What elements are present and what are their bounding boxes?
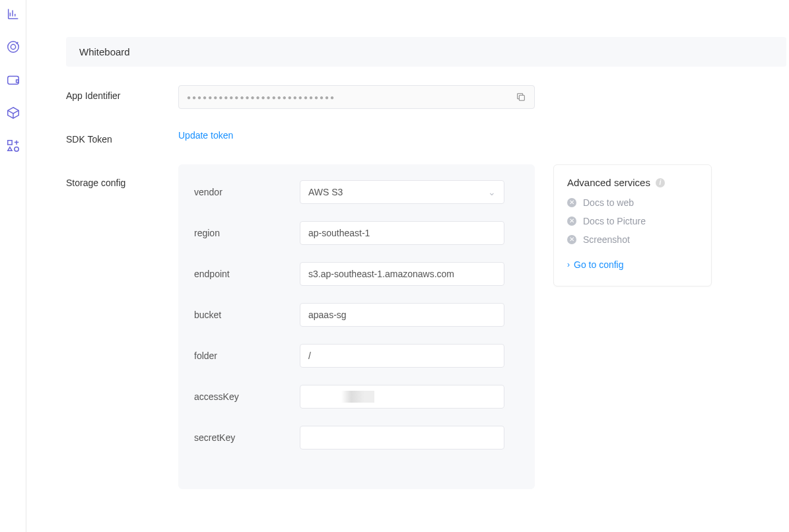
adv-item-label: Docs to Picture xyxy=(583,216,646,226)
advanced-services-title: Advanced services xyxy=(567,177,650,188)
vendor-select[interactable]: AWS S3 ⌄ xyxy=(300,180,504,204)
advanced-services-list: ✕ Docs to web ✕ Docs to Picture ✕ Screen… xyxy=(567,197,698,270)
advanced-services-title-row: Advanced services i xyxy=(567,177,698,188)
endpoint-input-wrap xyxy=(300,262,504,286)
access-key-label: accessKey xyxy=(194,391,300,402)
wallet-icon[interactable] xyxy=(6,73,20,87)
adv-item-label: Docs to web xyxy=(583,197,634,208)
svg-rect-3 xyxy=(7,141,11,145)
section-title: Whiteboard xyxy=(79,46,130,57)
app-identifier-field: ●●●●●●●●●●●●●●●●●●●●●●●●●●●● xyxy=(178,85,535,109)
svg-point-4 xyxy=(14,147,18,151)
bar-chart-icon[interactable] xyxy=(6,7,20,21)
access-key-input-wrap xyxy=(300,385,504,409)
disabled-status-icon: ✕ xyxy=(567,198,576,207)
endpoint-input[interactable] xyxy=(308,269,496,279)
adv-item-docs-to-picture: ✕ Docs to Picture xyxy=(567,216,698,226)
field-vendor: vendor AWS S3 ⌄ xyxy=(194,180,519,204)
region-input[interactable] xyxy=(308,228,496,238)
adv-item-screenshot: ✕ Screenshot xyxy=(567,234,698,245)
secret-key-label: secretKey xyxy=(194,432,300,443)
shapes-icon[interactable] xyxy=(6,139,20,153)
section-header: Whiteboard xyxy=(66,37,786,67)
copy-icon[interactable] xyxy=(516,92,526,102)
target-icon[interactable] xyxy=(6,40,20,54)
secret-key-input-wrap xyxy=(300,426,504,449)
disabled-status-icon: ✕ xyxy=(567,235,576,244)
svg-point-1 xyxy=(11,44,15,49)
storage-panel: vendor AWS S3 ⌄ region endpoint xyxy=(178,164,535,489)
field-bucket: bucket xyxy=(194,303,519,327)
adv-item-docs-to-web: ✕ Docs to web xyxy=(567,197,698,208)
advanced-services-card: Advanced services i ✕ Docs to web ✕ Docs… xyxy=(553,164,712,286)
secret-key-input[interactable] xyxy=(308,432,496,443)
disabled-status-icon: ✕ xyxy=(567,216,576,226)
bucket-input[interactable] xyxy=(308,310,496,320)
access-key-redacted xyxy=(308,391,374,403)
chevron-down-icon: ⌄ xyxy=(488,187,496,197)
region-input-wrap xyxy=(300,221,504,245)
row-app-identifier: App Identifier ●●●●●●●●●●●●●●●●●●●●●●●●●… xyxy=(66,85,781,109)
folder-input[interactable] xyxy=(308,350,496,361)
sidebar xyxy=(0,0,26,532)
bucket-label: bucket xyxy=(194,310,300,320)
vendor-label: vendor xyxy=(194,187,300,197)
go-to-config-label: Go to config xyxy=(574,259,624,270)
bucket-input-wrap xyxy=(300,303,504,327)
field-folder: folder xyxy=(194,344,519,368)
box-icon[interactable] xyxy=(6,106,20,120)
row-sdk-token: SDK Token Update token xyxy=(66,129,781,145)
main-content: Whiteboard App Identifier ●●●●●●●●●●●●●●… xyxy=(26,0,789,532)
vendor-value: AWS S3 xyxy=(308,187,343,197)
sdk-token-label: SDK Token xyxy=(66,129,178,145)
field-access-key: accessKey xyxy=(194,385,519,409)
endpoint-label: endpoint xyxy=(194,269,300,279)
app-identifier-masked: ●●●●●●●●●●●●●●●●●●●●●●●●●●●● xyxy=(187,94,335,101)
field-endpoint: endpoint xyxy=(194,262,519,286)
svg-rect-5 xyxy=(519,95,524,100)
app-identifier-label: App Identifier xyxy=(66,85,178,101)
chevron-right-icon: › xyxy=(567,260,570,269)
update-token-link[interactable]: Update token xyxy=(178,129,233,141)
storage-config-label: Storage config xyxy=(66,164,178,188)
go-to-config-link[interactable]: › Go to config xyxy=(567,259,698,270)
field-region: region xyxy=(194,221,519,245)
folder-label: folder xyxy=(194,350,300,361)
region-label: region xyxy=(194,228,300,238)
adv-item-label: Screenshot xyxy=(583,234,630,245)
field-secret-key: secretKey xyxy=(194,426,519,449)
info-icon[interactable]: i xyxy=(656,178,665,187)
row-storage-config: Storage config vendor AWS S3 ⌄ region xyxy=(66,164,781,489)
folder-input-wrap xyxy=(300,344,504,368)
